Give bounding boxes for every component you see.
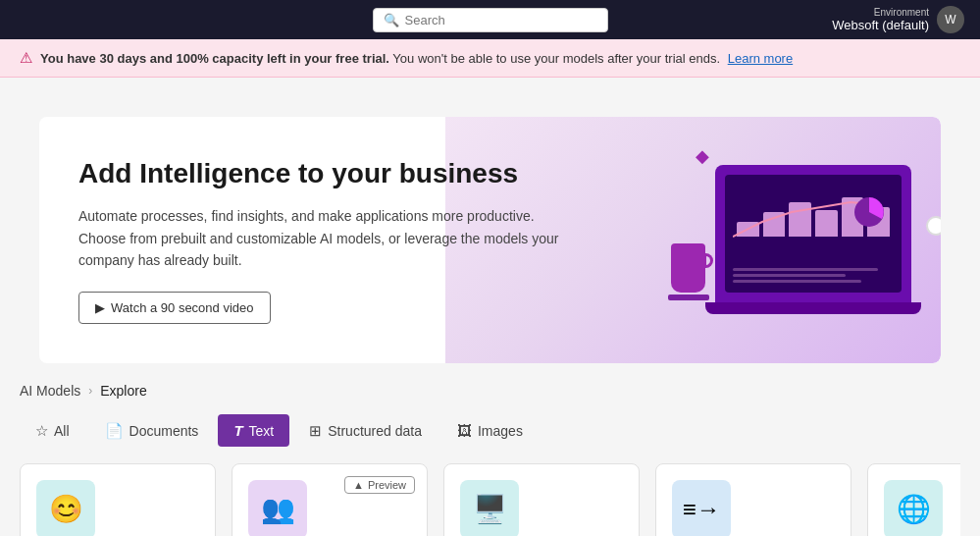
- search-input[interactable]: [405, 13, 582, 27]
- env-label: Environment: [874, 7, 929, 18]
- orb-decoration: [926, 216, 941, 236]
- search-bar[interactable]: 🔍: [373, 8, 608, 32]
- search-icon: 🔍: [384, 13, 399, 27]
- preview-icon: ▲: [353, 479, 364, 491]
- preview-label: Preview: [368, 479, 406, 491]
- tab-images-label: Images: [478, 423, 523, 439]
- hero-card: Add Intelligence to your business Automa…: [39, 117, 941, 363]
- card-5[interactable]: 🌐: [867, 463, 960, 536]
- banner-bold-text: You have 30 days and 100% capacity left …: [40, 51, 389, 66]
- tab-documents-label: Documents: [129, 423, 199, 439]
- hero-illustration: ✦: [705, 165, 921, 314]
- tab-text[interactable]: T Text: [218, 414, 289, 447]
- watch-video-label: Watch a 90 second video: [111, 300, 254, 315]
- banner-normal-text: You won't be able to use your models aft…: [392, 51, 720, 66]
- preview-badge: ▲ Preview: [344, 476, 415, 494]
- avatar-initial: W: [945, 13, 955, 27]
- all-icon: ☆: [35, 422, 48, 440]
- app-header: 🔍 Environment Websoft (default) W: [0, 0, 980, 39]
- env-name: Websoft (default): [832, 18, 929, 32]
- warning-icon: ⚠: [20, 49, 32, 67]
- images-icon: 🖼: [457, 422, 472, 439]
- breadcrumb-separator: ›: [88, 384, 92, 398]
- learn-more-link[interactable]: Learn more: [728, 51, 793, 66]
- card-4-icon-wrap: ≡→: [672, 480, 731, 536]
- card-1[interactable]: 😊: [20, 463, 216, 536]
- laptop-illustration: [715, 165, 911, 302]
- trial-banner: ⚠ You have 30 days and 100% capacity lef…: [0, 39, 980, 78]
- card-1-icon-wrap: 😊: [36, 480, 95, 536]
- card-2[interactable]: ▲ Preview 👥: [232, 463, 428, 536]
- cards-row: 😊 ▲ Preview 👥 🖥️ ≡→: [20, 463, 960, 536]
- avatar[interactable]: W: [937, 6, 964, 33]
- hero-title: Add Intelligence to your business: [78, 156, 569, 191]
- tab-images[interactable]: 🖼 Images: [441, 414, 539, 447]
- documents-icon: 📄: [105, 422, 124, 440]
- banner-text: You have 30 days and 100% capacity left …: [40, 51, 793, 66]
- laptop-base: [705, 302, 921, 314]
- card-4-icon: ≡→: [683, 496, 720, 523]
- coffee-cup: [671, 243, 709, 300]
- laptop-screen: [725, 175, 902, 293]
- tab-text-label: Text: [249, 423, 275, 439]
- card-3[interactable]: 🖥️: [443, 463, 640, 536]
- breadcrumb: AI Models › Explore: [20, 383, 960, 399]
- diamond-sparkle: ◆: [696, 145, 709, 167]
- card-5-icon-wrap: 🌐: [884, 480, 943, 536]
- card-4[interactable]: ≡→: [655, 463, 851, 536]
- explore-section: AI Models › Explore ☆ All 📄 Documents T …: [0, 363, 980, 536]
- text-icon: T: [233, 422, 242, 439]
- pie-chart: [850, 192, 889, 232]
- tab-all-label: All: [54, 423, 70, 439]
- card-3-icon: 🖥️: [473, 493, 507, 525]
- laptop-lines: [733, 266, 894, 285]
- environment-info: Environment Websoft (default): [832, 7, 929, 32]
- tab-structured-label: Structured data: [328, 423, 422, 439]
- card-5-icon: 🌐: [897, 493, 931, 525]
- tab-all[interactable]: ☆ All: [20, 414, 85, 448]
- breadcrumb-ai-models[interactable]: AI Models: [20, 383, 80, 399]
- filter-tabs: ☆ All 📄 Documents T Text ⊞ Structured da…: [20, 414, 960, 448]
- hero-section: Add Intelligence to your business Automa…: [0, 78, 980, 363]
- card-2-icon: 👥: [261, 493, 295, 525]
- card-3-icon-wrap: 🖥️: [460, 480, 519, 536]
- tab-documents[interactable]: 📄 Documents: [89, 414, 215, 448]
- tab-structured-data[interactable]: ⊞ Structured data: [293, 414, 438, 448]
- card-1-icon: 😊: [49, 493, 83, 525]
- card-2-icon-wrap: 👥: [248, 480, 307, 536]
- hero-content: Add Intelligence to your business Automa…: [78, 156, 569, 324]
- breadcrumb-current: Explore: [100, 383, 146, 399]
- play-icon: ▶: [95, 300, 105, 315]
- header-right: Environment Websoft (default) W: [832, 6, 964, 33]
- structured-icon: ⊞: [309, 422, 322, 440]
- watch-video-button[interactable]: ▶ Watch a 90 second video: [78, 292, 271, 324]
- hero-description: Automate processes, find insights, and m…: [78, 205, 569, 271]
